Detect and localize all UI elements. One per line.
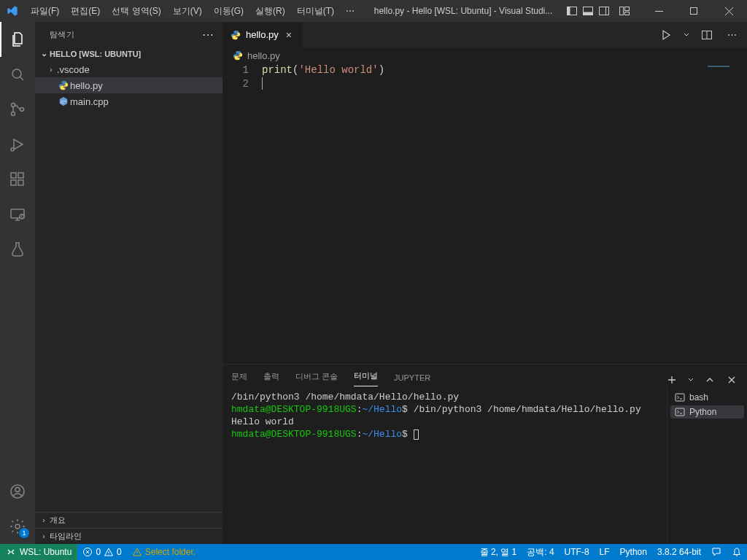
terminal-session-bash[interactable]: bash: [670, 391, 744, 404]
toggle-panel-icon[interactable]: [582, 5, 594, 17]
customize-layout-icon[interactable]: [619, 5, 630, 17]
tree-file-hello-py[interactable]: hello.py: [35, 77, 222, 93]
terminal-line: hmdata@DESKTOP-9918UGS:~/Hello$ /bin/pyt…: [231, 403, 658, 416]
toggle-primary-sidebar-icon[interactable]: [566, 5, 578, 17]
menu-overflow[interactable]: ⋯: [340, 0, 360, 22]
remote-icon: [6, 547, 16, 557]
svg-point-11: [12, 69, 21, 78]
window-minimize[interactable]: [642, 0, 676, 22]
activity-debug[interactable]: [0, 127, 35, 162]
line-gutter: 1 2: [222, 63, 262, 364]
code-editor[interactable]: 1 2 print('Hello world'): [222, 63, 747, 364]
svg-rect-19: [18, 173, 23, 178]
activity-source-control[interactable]: [0, 92, 35, 127]
tree-label: hello.py: [70, 80, 103, 91]
svg-point-21: [20, 214, 24, 219]
menu-go[interactable]: 이동(G): [208, 0, 249, 22]
activity-extensions[interactable]: [0, 162, 35, 197]
code-content[interactable]: print('Hello world'): [262, 63, 747, 364]
menu-run[interactable]: 실행(R): [249, 0, 291, 22]
panel-tab-jupyter[interactable]: JUPYTER: [394, 373, 430, 386]
status-eol[interactable]: LF: [595, 544, 615, 560]
run-button[interactable]: [658, 27, 674, 43]
tab-close-icon[interactable]: ×: [283, 29, 295, 41]
line-number: 2: [222, 77, 249, 91]
svg-rect-10: [690, 7, 697, 14]
status-indentation[interactable]: 공백: 4: [522, 544, 559, 560]
chevron-down-icon: ⌄: [38, 49, 50, 58]
activity-remote-explorer[interactable]: [0, 197, 35, 232]
status-notifications-icon[interactable]: [727, 544, 747, 560]
status-interpreter[interactable]: 3.8.2 64-bit: [652, 544, 706, 560]
maximize-panel-icon[interactable]: [703, 373, 716, 386]
run-dropdown-icon[interactable]: [683, 27, 690, 43]
split-editor-icon[interactable]: [699, 27, 715, 43]
timeline-label: 타임라인: [50, 531, 82, 542]
status-language[interactable]: Python: [615, 544, 652, 560]
terminal-session-python[interactable]: Python: [670, 405, 744, 419]
window-close[interactable]: [712, 0, 746, 22]
panel-tab-problems[interactable]: 문제: [231, 371, 247, 386]
sidebar-more-icon[interactable]: ⋯: [202, 28, 214, 42]
new-terminal-icon[interactable]: [665, 373, 678, 386]
status-feedback-icon[interactable]: [706, 544, 727, 560]
toggle-secondary-sidebar-icon[interactable]: [598, 5, 610, 17]
status-errors: 0: [96, 547, 101, 557]
warning-icon: [104, 547, 114, 557]
menu-selection[interactable]: 선택 영역(S): [106, 0, 166, 22]
menu-terminal[interactable]: 터미널(T): [291, 0, 340, 22]
activity-testing[interactable]: [0, 232, 35, 267]
minimap[interactable]: [693, 63, 737, 364]
sidebar-title-label: 탐색기: [50, 29, 74, 40]
activity-settings[interactable]: 1: [0, 509, 35, 544]
new-terminal-dropdown-icon[interactable]: [687, 373, 694, 386]
activity-explorer[interactable]: [0, 22, 35, 57]
menu-file[interactable]: 파일(F): [25, 0, 65, 22]
activity-search[interactable]: [0, 57, 35, 92]
main: 1 탐색기 ⋯ ⌄ HELLO [WSL: UBUNTU] › .vscode …: [0, 22, 747, 544]
svg-rect-1: [568, 7, 570, 15]
sidebar-title: 탐색기 ⋯: [35, 22, 222, 47]
svg-point-14: [20, 108, 24, 112]
activity-accounts[interactable]: [0, 474, 35, 509]
python-file-icon: [57, 80, 70, 90]
status-select-folder[interactable]: Select folder.: [127, 544, 201, 560]
editor-scrollbar[interactable]: [737, 63, 747, 364]
tree-file-main-cpp[interactable]: C⁺ main.cpp: [35, 93, 222, 109]
titlebar-right: [566, 0, 747, 22]
svg-point-15: [11, 148, 14, 151]
panel-tabs: 문제 출력 디버그 콘솔 터미널 JUPYTER: [222, 365, 747, 386]
editor-tabs: hello.py × ⋯: [222, 22, 747, 47]
menu-view[interactable]: 보기(V): [167, 0, 208, 22]
tab-hello-py[interactable]: hello.py ×: [222, 22, 303, 47]
explorer-root[interactable]: ⌄ HELLO [WSL: UBUNTU]: [35, 47, 222, 61]
menu-edit[interactable]: 편집(E): [65, 0, 106, 22]
outline-section[interactable]: › 개요: [35, 512, 222, 528]
status-warnings: 0: [117, 547, 122, 557]
svg-point-13: [12, 112, 15, 116]
window-title: hello.py - Hello [WSL: Ubuntu] - Visual …: [360, 6, 566, 16]
status-remote[interactable]: WSL: Ubuntu: [0, 544, 77, 560]
breadcrumb[interactable]: hello.py: [222, 47, 747, 63]
svg-rect-28: [676, 394, 684, 401]
chevron-right-icon: ›: [45, 66, 57, 74]
svg-rect-16: [11, 173, 16, 178]
status-ln-col[interactable]: 줄 2, 열 1: [475, 544, 522, 560]
editor-more-icon[interactable]: ⋯: [724, 27, 740, 43]
terminal[interactable]: /bin/python3 /home/hmdata/Hello/hello.py…: [222, 386, 667, 544]
terminal-icon: [675, 407, 685, 417]
window-maximize[interactable]: [677, 0, 711, 22]
panel-tab-output[interactable]: 출력: [263, 371, 279, 386]
panel-tab-debug[interactable]: 디버그 콘솔: [295, 371, 338, 386]
terminal-icon: [675, 392, 685, 402]
token-punct: ): [379, 64, 384, 76]
tree-folder-vscode[interactable]: › .vscode: [35, 61, 222, 77]
python-file-icon: [233, 50, 243, 61]
panel-tab-terminal[interactable]: 터미널: [354, 370, 378, 386]
timeline-section[interactable]: › 타임라인: [35, 528, 222, 544]
status-encoding[interactable]: UTF-8: [560, 544, 595, 560]
menu-bar: 파일(F) 편집(E) 선택 영역(S) 보기(V) 이동(G) 실행(R) 터…: [25, 0, 360, 22]
status-problems[interactable]: 0 0: [77, 544, 126, 560]
line-number: 1: [222, 63, 249, 77]
close-panel-icon[interactable]: [725, 373, 738, 386]
